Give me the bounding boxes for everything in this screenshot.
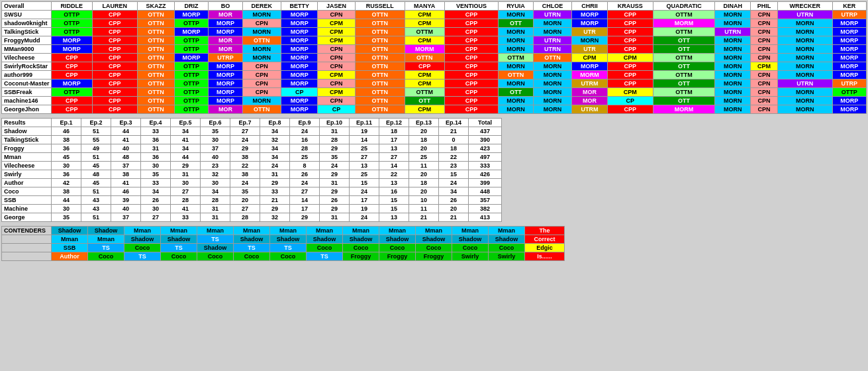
table-row: SSBFreakOTTPCPPOTTNOTTPMORPCPNCPCPMOTTNO… [2,88,867,97]
contenders-cell: Correct [525,235,565,244]
contenders-cell: Coco [489,244,525,252]
cell: CPM [405,71,444,80]
cell: CPP [92,105,137,114]
col-ker: KER [832,2,866,11]
results-cell: 48 [81,170,111,179]
cell: CPN [318,62,355,71]
results-cell: 46 [111,187,141,196]
results-cell: 32 [201,170,230,179]
cell: CPP [405,62,444,71]
cell: CPP [92,80,137,88]
cell: OTTN [355,105,405,114]
results-cell: 426 [469,170,502,179]
cell: UTRN [533,45,572,54]
col-dinah: DINAH [715,2,751,11]
table-row: Coconut-MasterMORPCPPOTTNOTTPMORPCPNMORP… [2,80,867,88]
cell: CPM [405,11,444,19]
results-cell: 48 [111,153,141,162]
cell: CPP [607,19,653,28]
cell: MORP [572,19,608,28]
cell: CPP [607,62,653,71]
contenders-cell: Coco [124,244,161,252]
results-header-row: Results Ep.1 Ep.2 Ep.3 Ep.4 Ep.5 Ep.6 Ep… [2,119,502,127]
results-cell: 30 [52,162,81,170]
cell: OTTM [653,54,715,62]
cell: MORN [533,71,572,80]
contenders-row1-cell: Mman [452,227,489,235]
cell: MORN [499,36,533,45]
cell: OTTP [174,71,208,80]
cell: UTRP [832,11,866,19]
results-cell: 29 [320,170,350,179]
row-label: author999 [2,71,52,80]
cell: UTR [572,28,608,36]
results-cell: 31 [141,144,171,153]
cell: CPN [751,97,778,105]
results-ep12: Ep.12 [379,119,409,127]
cell: CPN [242,88,281,97]
contenders-row1-cell: The [525,227,565,235]
results-cell: 44 [111,127,141,136]
cell: CPM [318,36,355,45]
results-cell: 49 [81,144,111,153]
results-cell: 11 [409,162,439,170]
cell: MORP [832,19,866,28]
results-cell: 51 [81,153,111,162]
cell: MORN [499,80,533,88]
results-cell: 357 [469,196,502,205]
results-cell: 40 [111,144,141,153]
cell: UTR [572,45,608,54]
contenders-cell: Swirly [452,252,489,261]
results-cell: 21 [439,213,469,222]
results-cell: 34 [260,127,290,136]
results-cell: 27 [141,213,171,222]
table-row: SWSUOTTPCPPOTTNMORPMORMORNMORPCPNOTTNCPM… [2,11,867,19]
cell: MORP [572,11,608,19]
results-cell: 437 [469,127,502,136]
cell: MORN [715,105,751,114]
results-row: Author4245413330302429243115131824399 [2,179,502,187]
table-row: TalkingStickOTTPCPPOTTNMORPMORPMORNMORPC… [2,28,867,36]
cell: MORN [715,97,751,105]
cell: MORN [533,28,572,36]
cell: CPP [607,28,653,36]
results-cell: 10 [409,196,439,205]
col-lauren: LAUREN [92,2,137,11]
cell: CPP [92,19,137,28]
results-cell: 45 [52,153,81,162]
col-derek: DEREK [242,2,281,11]
cell: MORN [715,80,751,88]
results-ep14: Ep.14 [439,119,469,127]
cell: MORM [405,45,444,54]
cell: MORN [533,19,572,28]
results-cell: 31 [320,179,350,187]
cell: MORN [499,28,533,36]
cell: MORN [715,62,751,71]
cell: CPP [92,11,137,19]
results-cell: 20 [409,127,439,136]
results-cell: 51 [81,213,111,222]
table-row: VilecheeseCPPCPPOTTNMORPUTRPMORNMORPCPNO… [2,54,867,62]
results-row: Mman4551483644403834253527272522497 [2,153,502,162]
results-cell: 36 [141,153,171,162]
table-row: SwirlyRockStarCPPCPPOTTNOTTPMORPCPNMORPC… [2,62,867,71]
cell: MORN [777,54,832,62]
results-ep1: Ep.1 [52,119,81,127]
results-cell: 25 [350,144,379,153]
results-header-label: Results [2,119,52,127]
contenders-cell: Author [52,252,88,261]
table-row: GeorgeJhonCPPCPPOTTNOTTPMOROTTNMORPCPOTT… [2,105,867,114]
results-cell: 31 [320,213,350,222]
cell: MORN [533,97,572,105]
cell: MORN [777,71,832,80]
contenders-row1-cell: Mman [161,227,197,235]
cell: MORP [832,97,866,105]
cell: OTTP [832,88,866,97]
cell: OTTN [355,28,405,36]
results-cell: 41 [111,179,141,187]
results-cell: 24 [290,179,320,187]
cell: MORP [209,97,242,105]
contenders-cell: TS [307,252,343,261]
cell: OTTN [355,36,405,45]
results-cell: 26 [439,196,469,205]
